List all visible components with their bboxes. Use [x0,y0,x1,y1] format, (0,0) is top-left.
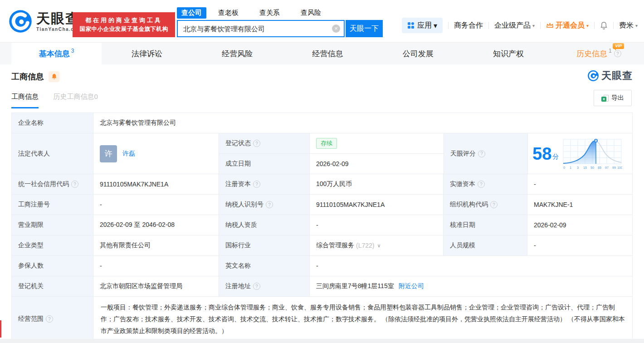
table-row: 企业名称 北京与雾餐饮管理有限公司 [12,113,632,133]
score-value: 58 [532,145,551,162]
company-tabbar: 基本信息 3 法律诉讼 经营风险 经营信息 公司发展 知识产权 VIP 历史信息… [0,42,644,64]
help-icon[interactable] [478,150,485,157]
help-icon[interactable] [266,201,273,208]
section-head: 工商信息 天眼查 [0,64,644,86]
search-tab-company[interactable]: 查公司 [177,7,206,19]
search-tab-relation[interactable]: 查关系 [255,7,284,19]
table-row: 工商注册号 - 纳税人识别号 91110105MAK7KJNE1A 组织机构代码… [12,195,632,215]
field-label: 法定代表人 [12,133,93,174]
search-tab-boss[interactable]: 查老板 [214,7,243,19]
table-row: 营业期限 2026-02-09 至 2046-02-08 纳税人资质 - 核准日… [12,215,632,235]
table-row: 企业类型 其他有限责任公司 国标行业 综合管理服务 (L722) 人员规模 - [12,235,632,256]
monitor-bell-button[interactable] [49,71,59,82]
credit-code-value: 91110105MAK7KJNE1A [93,174,219,194]
legal-rep-cell: 许 许磊 [93,133,219,174]
english-name-value: - [310,256,632,276]
table-row: 统一社会信用代码 91110105MAK7KJNE1A 注册资本 100万人民币… [12,174,632,195]
watermark-logo-icon [587,70,599,82]
field-label: 国标行业 [219,235,310,255]
watermark-text: 天眼查 [601,69,633,83]
user-menu[interactable]: 费米 [619,21,638,30]
field-label: 经营范围 [12,297,93,341]
tab-basic-info[interactable]: 基本信息 3 [11,43,102,64]
subtabs-row: 工商信息 历史工商信息0 导出 [0,86,644,113]
chevron-down-icon[interactable] [377,243,381,249]
side-widget-sliver [0,320,1,338]
search-input[interactable] [182,22,329,36]
reg-authority-value: 北京市朝阳区市场监督管理局 [93,276,219,296]
tab-intellectual-property[interactable]: 知识产权 [463,43,553,64]
search-clear-icon[interactable] [332,24,340,33]
search-area: 查公司 查老板 查关系 查风险 天眼一下 [177,7,383,37]
field-label: 注册资本 [219,174,310,194]
staff-size-value: - [527,235,632,255]
search-tab-risk[interactable]: 查风险 [296,7,326,19]
svg-text:1: 1 [570,166,571,169]
slogan-line-1: 都在用的商业查询工具 [73,16,175,25]
user-name: 费米 [619,21,634,30]
divider [594,22,595,29]
help-icon[interactable] [71,181,78,188]
field-label: 统一社会信用代码 [12,174,93,194]
tab-history-info[interactable]: VIP 历史信息 1 [554,43,644,64]
divider [488,22,489,29]
notifications-bell-icon[interactable] [600,21,608,29]
company-type-value: 其他有限责任公司 [93,235,219,255]
apps-menu-label: 应用 [417,21,432,30]
reg-capital-value: 100万人民币 [310,174,444,194]
nearby-companies-link[interactable]: 附近公司 [399,282,424,290]
company-name-value: 北京与雾餐饮管理有限公司 [93,113,632,133]
search-button[interactable]: 天眼一下 [346,20,383,37]
help-icon[interactable] [46,315,53,323]
help-icon[interactable] [490,201,498,208]
search-tabs: 查公司 查老板 查关系 查风险 [177,7,383,19]
menu-vip-upgrade[interactable]: 开通会员 [546,21,589,30]
field-label: 登记状态 [219,133,310,153]
subtab-business-info[interactable]: 工商信息 [11,93,39,108]
field-label: 实缴资本 [444,174,527,194]
menu-enterprise-products[interactable]: 企业级产品 [494,21,535,30]
tab-legal-litigation[interactable]: 法律诉讼 [102,43,192,64]
business-scope-value: 一般项目：餐饮管理；外卖递送服务；商业综合体管理服务；商业、饮食、服务专用设备销… [93,297,632,341]
approval-date-value: 2026-02-09 [527,215,632,235]
table-row: 经营范围 一般项目：餐饮管理；外卖递送服务；商业综合体管理服务；商业、饮食、服务… [12,297,632,341]
search-input-box [177,20,345,37]
table-row: 参保人数 - 英文名称 - [12,256,632,276]
field-label: 营业期限 [12,215,93,235]
crown-icon [546,22,554,29]
app-grid-icon [407,22,415,29]
site-logo[interactable]: 天眼查 TianYanCha.com [8,9,82,34]
field-label: 纳税人识别号 [219,195,310,215]
taxpayer-id-value: 91110105MAK7KJNE1A [310,195,444,215]
tab-operation-info[interactable]: 经营信息 [283,43,373,64]
tianyancha-logo-icon [8,9,33,34]
legal-rep-link[interactable]: 许磊 [122,150,135,158]
industry-value: 综合管理服务 (L722) [310,235,444,255]
legal-rep-avatar[interactable]: 许 [100,145,117,162]
help-icon[interactable] [253,140,260,147]
bottom-strip [0,339,644,343]
tab-operation-risk[interactable]: 经营风险 [192,43,283,64]
tab-company-development[interactable]: 公司发展 [373,43,463,64]
score-distribution-chart: 0 1 3 15 50 85 97 99 100 [562,137,622,171]
help-icon[interactable] [614,50,621,57]
export-button[interactable]: 导出 [594,90,632,106]
field-label: 企业类型 [12,235,93,255]
apps-menu[interactable]: 应用 [402,18,443,33]
help-icon[interactable] [253,283,260,290]
svg-text:99: 99 [612,166,616,169]
insured-count-value: - [93,256,219,276]
subtab-history-business-info[interactable]: 历史工商信息0 [53,93,98,107]
menu-business-cooperation[interactable]: 商务合作 [454,21,483,30]
svg-text:97: 97 [605,166,609,169]
menu-vip-label: 开通会员 [556,21,585,30]
est-date-value: 2026-02-09 [310,154,444,174]
reg-number-value: - [93,195,219,215]
org-code-value: MAK7KJNE-1 [527,195,632,215]
help-icon[interactable] [478,181,485,188]
svg-text:85: 85 [598,166,601,169]
field-label: 登记机关 [12,276,93,296]
field-label: 英文名称 [219,256,310,276]
reg-address-value: 三间房南里7号8幢1层115室 附近公司 [310,276,632,296]
help-icon[interactable] [253,181,260,188]
